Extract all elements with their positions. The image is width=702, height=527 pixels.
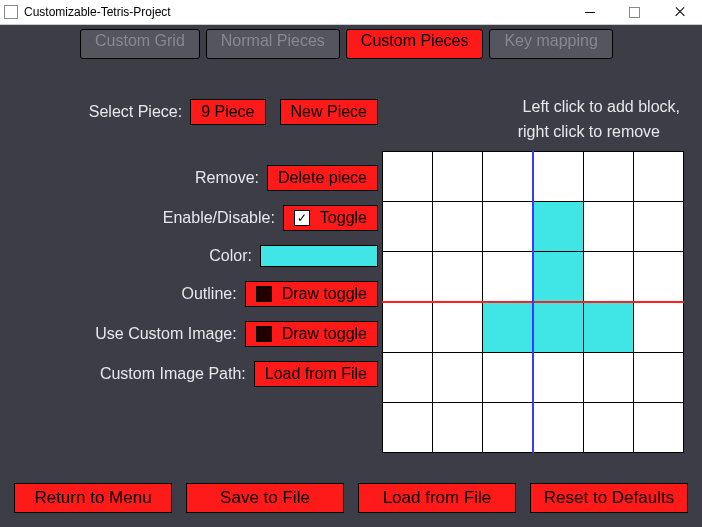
grid-cell[interactable] — [583, 352, 633, 402]
custom-image-path-label: Custom Image Path: — [100, 365, 246, 383]
grid-cell[interactable] — [533, 402, 583, 452]
custom-image-checkbox — [256, 326, 272, 342]
color-swatch[interactable] — [260, 245, 378, 267]
return-to-menu-button[interactable]: Return to Menu — [14, 483, 172, 513]
grid-cell[interactable] — [633, 402, 683, 452]
select-piece-label: Select Piece: — [89, 103, 182, 121]
tab-key-mapping[interactable]: Key mapping — [489, 29, 612, 59]
maximize-button[interactable] — [612, 0, 657, 24]
grid-cell[interactable] — [633, 352, 683, 402]
custom-image-toggle-button[interactable]: Draw toggle — [245, 321, 378, 347]
minimize-button[interactable] — [567, 0, 612, 24]
grid-cell[interactable] — [583, 302, 633, 352]
grid-cell[interactable] — [433, 302, 483, 352]
grid-cell[interactable] — [483, 202, 533, 252]
grid-cell[interactable] — [383, 202, 433, 252]
grid-cell[interactable] — [633, 202, 683, 252]
grid-cell[interactable] — [633, 302, 683, 352]
remove-label: Remove: — [195, 169, 259, 187]
grid-cell[interactable] — [433, 352, 483, 402]
grid-cell[interactable] — [433, 202, 483, 252]
tab-custom-grid[interactable]: Custom Grid — [80, 29, 200, 59]
grid-cell[interactable] — [383, 402, 433, 452]
grid-cell[interactable] — [483, 152, 533, 202]
window-controls — [567, 0, 702, 24]
outline-toggle-button[interactable]: Draw toggle — [245, 281, 378, 307]
tab-normal-pieces[interactable]: Normal Pieces — [206, 29, 340, 59]
grid-cell[interactable] — [583, 152, 633, 202]
grid-cell[interactable] — [583, 202, 633, 252]
right-panel: Left click to add block, right click to … — [378, 99, 684, 453]
bottom-toolbar: Return to Menu Save to File Load from Fi… — [14, 483, 688, 513]
tab-custom-pieces[interactable]: Custom Pieces — [346, 29, 484, 59]
enable-toggle-text: Toggle — [320, 209, 367, 227]
hint-line-1: Left click to add block, — [378, 97, 680, 117]
save-to-file-button[interactable]: Save to File — [186, 483, 344, 513]
close-button[interactable] — [657, 0, 702, 24]
custom-image-toggle-text: Draw toggle — [282, 325, 367, 343]
title-bar: Customizable-Tetris-Project — [0, 0, 702, 25]
outline-label: Outline: — [181, 285, 236, 303]
new-piece-button[interactable]: New Piece — [280, 99, 378, 125]
grid-cell[interactable] — [583, 252, 633, 302]
load-image-button[interactable]: Load from File — [254, 361, 378, 387]
outline-checkbox — [256, 286, 272, 302]
grid-cell[interactable] — [433, 402, 483, 452]
left-panel: Select Piece: 9 Piece New Piece Remove: … — [18, 99, 378, 453]
use-custom-image-label: Use Custom Image: — [95, 325, 236, 343]
grid-cell[interactable] — [533, 152, 583, 202]
enable-disable-label: Enable/Disable: — [163, 209, 275, 227]
grid-cell[interactable] — [383, 252, 433, 302]
grid-cell[interactable] — [383, 302, 433, 352]
grid-cell[interactable] — [633, 252, 683, 302]
grid-cell[interactable] — [533, 252, 583, 302]
enable-toggle-button[interactable]: ✓ Toggle — [283, 205, 378, 231]
reset-to-defaults-button[interactable]: Reset to Defaults — [530, 483, 688, 513]
grid-cell[interactable] — [533, 202, 583, 252]
color-label: Color: — [209, 247, 252, 265]
grid-cell[interactable] — [633, 152, 683, 202]
grid-cell[interactable] — [483, 252, 533, 302]
piece-selector-button[interactable]: 9 Piece — [190, 99, 265, 125]
app-icon — [4, 5, 18, 19]
grid-cell[interactable] — [383, 352, 433, 402]
window-title: Customizable-Tetris-Project — [24, 5, 567, 19]
piece-grid[interactable] — [382, 151, 684, 453]
tab-bar: Custom Grid Normal Pieces Custom Pieces … — [0, 25, 702, 59]
grid-cell[interactable] — [483, 302, 533, 352]
grid-cell[interactable] — [533, 352, 583, 402]
grid-cell[interactable] — [433, 152, 483, 202]
enable-checkbox: ✓ — [294, 210, 310, 226]
grid-cell[interactable] — [433, 252, 483, 302]
load-from-file-button[interactable]: Load from File — [358, 483, 516, 513]
grid-cell[interactable] — [483, 352, 533, 402]
hint-line-2: right click to remove — [378, 123, 660, 141]
outline-toggle-text: Draw toggle — [282, 285, 367, 303]
grid-cell[interactable] — [383, 152, 433, 202]
grid-cell[interactable] — [483, 402, 533, 452]
grid-cell[interactable] — [533, 302, 583, 352]
grid-cell[interactable] — [583, 402, 633, 452]
delete-piece-button[interactable]: Delete piece — [267, 165, 378, 191]
